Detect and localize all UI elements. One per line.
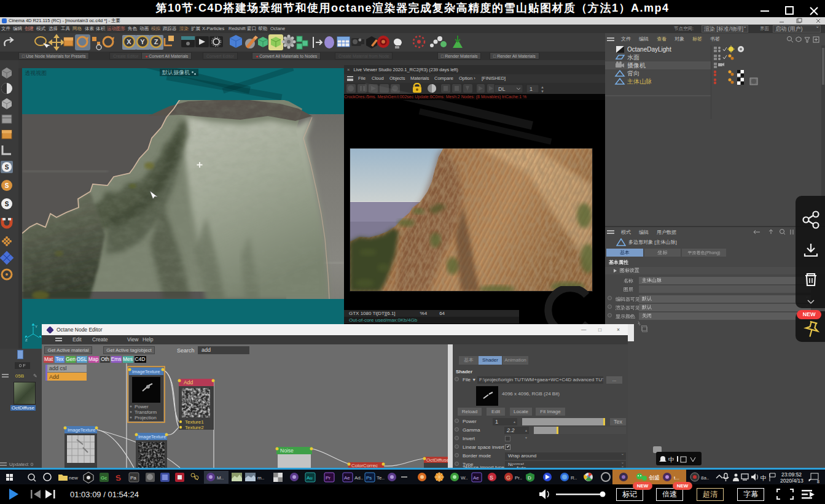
svg-text:Z: Z	[154, 38, 158, 45]
svg-text:Texture2: Texture2	[185, 425, 204, 430]
svg-text:S: S	[490, 475, 493, 481]
svg-text:Mes: Mes	[123, 356, 133, 362]
svg-text:主体山脉: 主体山脉	[627, 78, 652, 85]
svg-text:▼: ▼	[541, 90, 544, 93]
svg-text:ImageTexture: ImageTexture	[68, 427, 95, 433]
svg-text:Noise: Noise	[280, 448, 294, 454]
svg-text:创盛: 创盛	[649, 475, 660, 481]
svg-text:Ad..: Ad..	[354, 475, 363, 481]
svg-text:Map: Map	[88, 356, 99, 362]
svg-text:Y: Y	[35, 325, 37, 328]
svg-text:S: S	[115, 473, 122, 483]
svg-text:背向: 背向	[627, 70, 639, 77]
svg-text:Pa: Pa	[130, 475, 136, 481]
svg-text:Au: Au	[307, 475, 313, 481]
svg-text:8: 8	[817, 479, 819, 484]
svg-text:OSL: OSL	[76, 356, 87, 362]
svg-text:D: D	[528, 475, 531, 481]
svg-text:01:03:09 / 01:54:24: 01:03:09 / 01:54:24	[70, 490, 139, 499]
svg-text:Pr..: Pr..	[515, 475, 522, 481]
svg-text:Add: Add	[184, 379, 193, 386]
svg-text:OctaneDayLight: OctaneDayLight	[627, 46, 671, 53]
svg-text:G: G	[506, 475, 510, 481]
svg-text:Ae: Ae	[344, 475, 350, 481]
svg-text:Mat: Mat	[44, 356, 53, 362]
svg-text:t...: t...	[674, 475, 679, 481]
svg-text:▲: ▲	[541, 85, 544, 89]
svg-text:Add: Add	[49, 374, 59, 380]
svg-text:Tex: Tex	[55, 356, 64, 362]
svg-text:Te..: Te..	[377, 475, 385, 481]
svg-text:W..: W..	[461, 475, 468, 481]
svg-text:Power: Power	[135, 404, 149, 409]
svg-text:ImageTexture: ImageTexture	[138, 434, 166, 440]
svg-text:new: new	[69, 475, 78, 481]
svg-text:Gc: Gc	[101, 475, 107, 481]
svg-text:Y: Y	[140, 38, 145, 45]
svg-text:add csl: add csl	[49, 365, 67, 371]
svg-text:Oth: Oth	[101, 356, 109, 362]
svg-text:2020/4/13: 2020/4/13	[780, 478, 803, 484]
svg-text:23:09:52: 23:09:52	[781, 471, 802, 478]
svg-text:Gen: Gen	[66, 356, 76, 362]
svg-text:X: X	[127, 38, 131, 45]
svg-text:Ems: Ems	[111, 356, 122, 362]
svg-text:Texture1: Texture1	[185, 419, 204, 425]
svg-text:Pr: Pr	[326, 475, 330, 481]
svg-text:1: 1	[530, 86, 533, 92]
svg-text:S: S	[5, 164, 9, 171]
svg-text:ColorCorrec: ColorCorrec	[351, 463, 378, 468]
svg-text:m..: m..	[257, 475, 264, 481]
svg-text:Ps: Ps	[366, 475, 372, 481]
svg-text:中: 中	[760, 475, 767, 481]
svg-text:水面: 水面	[627, 54, 639, 61]
svg-text:中: 中	[668, 456, 674, 463]
svg-text:R..: R..	[571, 475, 577, 481]
svg-text:Projection: Projection	[135, 415, 157, 421]
svg-text:C4D: C4D	[135, 356, 145, 362]
svg-text:S: S	[5, 201, 9, 207]
svg-text:摄像机: 摄像机	[627, 62, 646, 69]
svg-text:Transform: Transform	[135, 409, 157, 415]
svg-text:Z: Z	[25, 338, 28, 342]
svg-text:S: S	[5, 182, 9, 189]
svg-text:M..: M..	[217, 475, 224, 481]
svg-text:ImageTexture: ImageTexture	[132, 369, 160, 374]
svg-text:8a..: 8a..	[701, 475, 709, 481]
svg-text:Ae: Ae	[473, 475, 479, 481]
svg-text:DL: DL	[498, 86, 506, 92]
